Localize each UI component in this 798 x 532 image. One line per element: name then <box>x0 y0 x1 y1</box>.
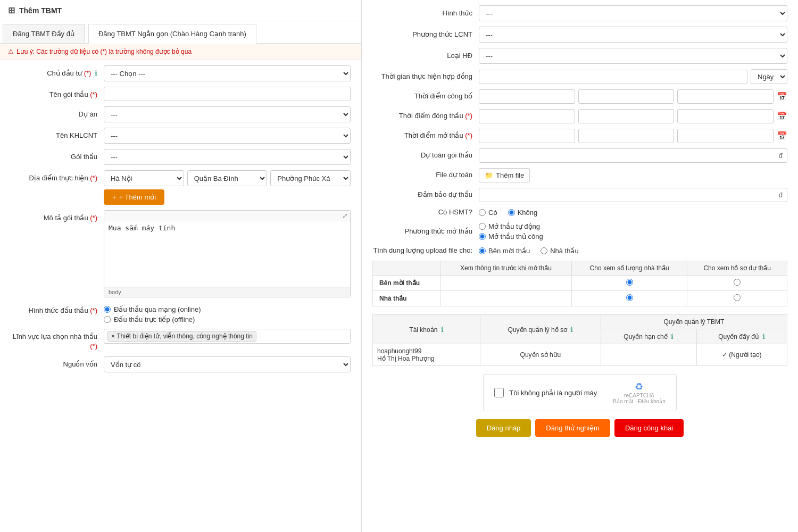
captcha-checkbox[interactable] <box>494 388 504 397</box>
loai-hd-control: --- <box>479 48 787 64</box>
goi-thau-label: Gói thầu <box>11 149 104 162</box>
cong-bo-hour[interactable]: 11 <box>479 89 575 104</box>
dong-thau-minute[interactable]: 00 <box>578 109 675 123</box>
dong-thau-date[interactable]: 25/05/2024 <box>677 109 774 123</box>
loai-hd-row: Loại HĐ --- <box>372 48 787 64</box>
mo-thau-minute[interactable]: 00 <box>578 129 675 143</box>
radio-online-input[interactable] <box>104 306 111 313</box>
row-ben-moi-thau-col2[interactable] <box>571 276 687 291</box>
loai-hd-select[interactable]: --- <box>479 48 787 64</box>
radio-tu-dong: Mở thầu tự động <box>479 222 787 230</box>
chu-dau-tu-row: Chủ đầu tư (*) ℹ --- Chọn --- <box>11 65 351 81</box>
dam-bao-input[interactable] <box>479 188 775 202</box>
radio-nt-soluong[interactable] <box>626 294 633 301</box>
ward-select[interactable]: Phường Phúc Xá <box>270 170 351 186</box>
ten-goi-thau-row: Tên gói thầu (*) Mua sắm máy tính <box>11 87 351 101</box>
district-select[interactable]: Quận Ba Đình <box>187 170 268 186</box>
tab-short[interactable]: Đăng TBMT Ngắn gọn (Chào Hàng Cạnh tranh… <box>88 24 256 44</box>
radio-offline-input[interactable] <box>104 316 111 323</box>
tab-bar: Đăng TBMT Đầy đủ Đăng TBMT Ngắn gọn (Chà… <box>0 21 361 44</box>
thoi-diem-cong-bo-label: Thời điểm công bố <box>372 92 479 101</box>
radio-ben-moi-thau-input[interactable] <box>479 247 486 254</box>
plus-icon: + <box>112 193 117 201</box>
tinh-dung-luong-control: Bên mời thầu Nhà thầu <box>479 247 787 255</box>
radio-khong-input[interactable] <box>508 209 515 216</box>
phuong-thuc-lcnt-control: --- <box>479 27 787 43</box>
file-du-toan-label: File dự toán <box>372 170 479 180</box>
tab-full[interactable]: Đăng TBMT Đầy đủ <box>3 24 85 43</box>
textarea-footer: body <box>104 287 350 297</box>
goi-thau-row: Gói thầu --- <box>11 149 351 165</box>
mo-thau-calendar-icon[interactable]: 📅 <box>777 131 787 141</box>
cong-bo-calendar-icon[interactable]: 📅 <box>777 92 787 102</box>
row-nha-thau-col3[interactable] <box>687 291 787 306</box>
account-name: Hồ Thị Hoa Phượng <box>377 355 476 362</box>
expand-icon[interactable]: ⤢ <box>342 212 348 220</box>
tinh-dung-luong-label: Tính dung lượng upload file cho: <box>372 246 479 255</box>
chu-dau-tu-wrap: --- Chọn --- <box>104 65 351 81</box>
radio-bmt-hoso[interactable] <box>734 279 741 286</box>
row-ben-moi-thau-col3[interactable] <box>687 276 787 291</box>
row-nha-thau-col2[interactable] <box>571 291 687 306</box>
mo-ta-textarea[interactable]: Mua sắm máy tính <box>104 221 350 285</box>
linh-vuc-wrap: × Thiết bị điện tử, viễn thông, công ngh… <box>104 329 351 344</box>
province-select[interactable]: Hà Nội <box>104 170 184 186</box>
add-location-button[interactable]: + + Thêm mới <box>104 189 164 205</box>
du-an-row: Dự án --- <box>11 106 351 122</box>
thoi-gian-unit-select[interactable]: Ngày <box>751 69 787 84</box>
radio-nha-thau-input[interactable] <box>541 247 547 254</box>
row-nha-thau-label: Nhà thầu <box>373 291 440 306</box>
chu-dau-tu-select[interactable]: --- Chọn --- <box>104 65 351 81</box>
ten-goi-thau-input[interactable]: Mua sắm máy tính <box>104 87 351 101</box>
thoi-gian-value-input[interactable] <box>479 70 747 84</box>
dam-bao-suffix: đ <box>775 191 787 199</box>
cong-bo-minute[interactable]: 00 <box>578 89 675 104</box>
radio-tu-dong-input[interactable] <box>479 223 486 230</box>
co-hsmt-radio-group: Có Không <box>479 209 787 217</box>
du-toan-label: Dự toán gói thầu <box>372 151 479 160</box>
nguon-von-select[interactable]: Vốn tự có <box>104 356 351 372</box>
co-hsmt-row: Có HSMT? Có Không <box>372 207 787 217</box>
chu-dau-tu-label: Chủ đầu tư (*) ℹ <box>11 65 104 78</box>
quyen-account-cell: hoaphuonght99 Hồ Thị Hoa Phượng <box>373 344 480 366</box>
goi-thau-select[interactable]: --- <box>104 149 351 165</box>
ten-khlcnt-select[interactable]: --- <box>104 128 351 144</box>
radio-bmt-soluong[interactable] <box>626 279 633 286</box>
row-nha-thau-col1 <box>440 291 571 306</box>
du-an-select[interactable]: --- <box>104 106 351 122</box>
action-buttons: Đăng nháp Đăng thử nghiệm Đăng công khai <box>372 419 787 447</box>
account-id: hoaphuonght99 <box>377 347 476 355</box>
quyen-han-che-cell <box>601 344 696 366</box>
thoi-gian-hop-dong-label: Thời gian thực hiện hợp đồng <box>372 72 479 81</box>
dong-thau-calendar-icon[interactable]: 📅 <box>777 111 787 121</box>
dam-bao-label: Đảm bảo dự thầu <box>372 190 479 200</box>
co-hsmt-co: Có <box>479 209 497 217</box>
cong-khai-button[interactable]: Đăng công khai <box>614 419 684 437</box>
ten-khlcnt-label: Tên KHLCNT <box>11 128 104 140</box>
mo-thau-date[interactable]: 25/05/2024 <box>677 129 774 143</box>
thu-nghiem-button[interactable]: Đăng thử nghiệm <box>535 419 610 437</box>
hinh-thuc-right-select[interactable]: --- <box>479 5 787 21</box>
co-hsmt-control: Có Không <box>479 209 787 217</box>
radio-co-input[interactable] <box>479 209 486 216</box>
dia-diem-label: Địa điểm thực hiện (*) <box>11 170 104 183</box>
phuong-thuc-lcnt-select[interactable]: --- <box>479 27 787 43</box>
radio-nt-hoso[interactable] <box>734 294 741 301</box>
warning-bar: ⚠ Lưu ý: Các trường dữ liệu có (*) là tr… <box>0 44 361 60</box>
radio-thu-cong-input[interactable] <box>479 233 486 240</box>
captcha-box: Tôi không phải là người máy ♻ reCAPTCHA … <box>483 374 676 411</box>
radio-ben-moi-thau-label: Bên mời thầu <box>488 247 530 255</box>
file-du-toan-button[interactable]: 📁 Thêm file <box>479 168 530 182</box>
hinh-thuc-dau-thau-wrap: Đấu thầu qua mạng (online) Đấu thầu trực… <box>104 303 351 323</box>
dang-nhap-button[interactable]: Đăng nháp <box>476 419 531 437</box>
mo-thau-hour[interactable]: 13 <box>479 129 575 143</box>
phuong-thuc-mo-thau-label: Phương thức mở thầu <box>372 227 479 236</box>
radio-ben-moi-thau: Bên mời thầu <box>479 247 530 255</box>
du-toan-input[interactable] <box>479 149 775 162</box>
dong-thau-hour[interactable]: 11 <box>479 109 575 123</box>
captcha-check: Tôi không phải là người máy <box>494 388 597 397</box>
cong-bo-date[interactable]: 16/05/2024 <box>677 89 774 104</box>
linh-vuc-tag-input[interactable]: × Thiết bị điện tử, viễn thông, công ngh… <box>104 329 351 344</box>
add-location-label: + Thêm mới <box>119 193 156 201</box>
table-row: Nhà thầu <box>373 291 787 306</box>
